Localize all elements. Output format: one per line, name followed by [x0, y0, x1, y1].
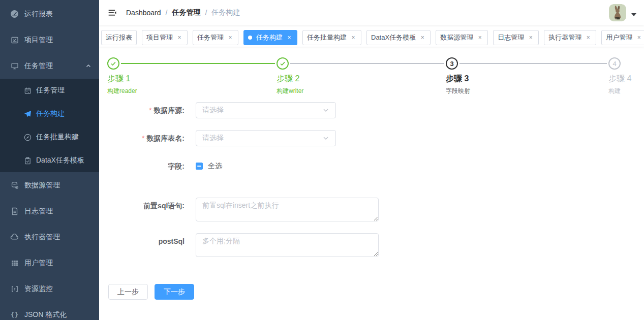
- tab-label: 任务构建: [256, 33, 283, 42]
- step-connector: [290, 63, 444, 64]
- dashboard-icon: [10, 10, 19, 18]
- sidebar-subitem-task-mgmt[interactable]: 任务管理: [0, 79, 99, 102]
- sidebar-item-label: 资源监控: [24, 284, 53, 294]
- tab-project-mgmt[interactable]: 项目管理×: [142, 30, 188, 45]
- sidebar-subitem-task-batch-build[interactable]: 任务批量构建: [0, 125, 99, 149]
- chevron-down-icon: [322, 135, 329, 142]
- sidebar-item-label: 任务管理: [24, 61, 53, 71]
- sidebar-item-label: DataX任务模板: [36, 156, 84, 165]
- tab-label: 任务批量构建: [307, 33, 347, 42]
- next-step-button[interactable]: 下一步: [155, 284, 194, 300]
- clipboard-icon: [24, 157, 32, 165]
- breadcrumb-separator: /: [166, 9, 168, 17]
- tab-datax-template[interactable]: DataX任务模板×: [366, 30, 431, 45]
- sidebar-item-executor-mgmt[interactable]: 执行器管理: [0, 224, 99, 250]
- close-icon[interactable]: ×: [350, 34, 357, 41]
- compass-icon: [24, 134, 32, 141]
- tab-datasource-mgmt[interactable]: 数据源管理×: [436, 30, 488, 45]
- step-3-circle: 3: [446, 57, 458, 70]
- close-icon[interactable]: ×: [286, 34, 293, 41]
- tab-label: 执行器管理: [548, 33, 581, 42]
- breadcrumb-current: 任务构建: [211, 8, 240, 17]
- step-4-circle: 4: [608, 57, 621, 70]
- field-label: 字段:: [107, 158, 196, 174]
- grid-icon: [10, 259, 19, 267]
- sidebar-item-project-mgmt[interactable]: 项目管理: [0, 27, 99, 53]
- sidebar-item-log-mgmt[interactable]: 日志管理: [0, 198, 99, 224]
- sidebar-item-json-format[interactable]: {} JSON 格式化: [0, 302, 99, 320]
- pre-sql-textarea[interactable]: [196, 198, 379, 221]
- main-area: Dashboard / 任务管理 / 任务构建 运行报表 项目管理× 任务管理×…: [99, 0, 644, 320]
- tab-label: 任务管理: [197, 33, 224, 42]
- top-navbar: Dashboard / 任务管理 / 任务构建: [99, 0, 644, 25]
- breadcrumb-task-mgmt[interactable]: 任务管理: [172, 8, 200, 17]
- select-all-checkbox[interactable]: [196, 163, 203, 170]
- sidebar-item-label: JSON 格式化: [24, 310, 67, 319]
- page-content: 3 4 步骤 1 步骤 2 步骤 3 步骤 4 构建reader 构建write…: [99, 47, 644, 300]
- field-label: postSql: [107, 233, 196, 249]
- monitor-icon: [10, 61, 19, 70]
- close-icon[interactable]: ×: [227, 34, 234, 41]
- cloud-icon: [10, 233, 19, 241]
- post-sql-textarea[interactable]: [196, 233, 379, 257]
- sidebar-item-task-mgmt-parent[interactable]: 任务管理: [0, 53, 99, 79]
- close-icon[interactable]: ×: [635, 34, 642, 41]
- step-number: 3: [450, 60, 453, 68]
- step-3-title: 步骤 3: [446, 74, 469, 84]
- tab-run-report[interactable]: 运行报表: [101, 30, 137, 45]
- task-build-form: *数据库源: 请选择 *数据库表名: 请选择 字段:: [107, 102, 636, 300]
- prev-step-button[interactable]: 上一步: [108, 284, 148, 300]
- breadcrumb-dashboard[interactable]: Dashboard: [126, 9, 161, 17]
- user-avatar[interactable]: [609, 4, 626, 21]
- step-connector: [121, 63, 275, 64]
- form-item-table-name: *数据库表名: 请选择: [107, 130, 636, 146]
- form-item-fields: 字段: 全选: [107, 158, 636, 174]
- close-icon[interactable]: ×: [585, 34, 592, 41]
- tab-label: 运行报表: [106, 33, 132, 42]
- hamburger-icon[interactable]: [107, 8, 117, 18]
- sidebar-item-user-mgmt[interactable]: 用户管理: [0, 250, 99, 276]
- active-dot: [248, 36, 252, 40]
- sidebar-subitem-task-build[interactable]: 任务构建: [0, 102, 99, 125]
- step-1-description: 构建reader: [107, 87, 137, 95]
- steps-wizard: 3 4 步骤 1 步骤 2 步骤 3 步骤 4 构建reader 构建write…: [107, 57, 636, 98]
- tab-label: DataX任务模板: [371, 33, 416, 42]
- tab-label: 用户管理: [606, 33, 632, 42]
- check-icon: [110, 60, 117, 67]
- close-icon[interactable]: ×: [527, 34, 534, 41]
- tab-user-mgmt[interactable]: 用户管理×: [601, 30, 644, 45]
- database-icon: [10, 181, 19, 189]
- step-connector: [459, 63, 607, 64]
- sidebar-item-run-report[interactable]: 运行报表: [0, 1, 99, 27]
- form-item-pre-sql: 前置sql语句:: [107, 198, 636, 221]
- tab-label: 项目管理: [146, 33, 173, 42]
- sidebar-subitem-datax-template[interactable]: DataX任务模板: [0, 149, 99, 172]
- sidebar-item-label: 用户管理: [24, 259, 53, 268]
- tab-task-build[interactable]: 任务构建×: [243, 30, 297, 45]
- send-icon: [24, 110, 32, 118]
- close-icon[interactable]: ×: [476, 34, 483, 41]
- step-1-circle: [107, 57, 119, 70]
- check-icon: [279, 60, 286, 67]
- tab-task-mgmt[interactable]: 任务管理×: [193, 30, 238, 45]
- sidebar-item-label: 运行报表: [24, 10, 53, 19]
- tab-task-batch-build[interactable]: 任务批量构建×: [302, 30, 361, 45]
- select-all-checkbox-wrap: 全选: [196, 158, 222, 174]
- tab-log-mgmt[interactable]: 日志管理×: [493, 30, 539, 45]
- close-icon[interactable]: ×: [419, 34, 426, 41]
- step-2-circle: [277, 57, 289, 70]
- chevron-down-icon: [322, 107, 329, 114]
- datasource-select[interactable]: 请选择: [196, 102, 336, 118]
- close-icon[interactable]: ×: [176, 34, 183, 41]
- app-window: 运行报表 项目管理 任务管理: [0, 0, 644, 320]
- sidebar-item-label: 执行器管理: [24, 233, 60, 242]
- caret-down-icon[interactable]: [631, 9, 636, 16]
- indeterminate-dash: [197, 166, 201, 167]
- table-name-select[interactable]: 请选择: [196, 130, 336, 146]
- sidebar-item-datasource-mgmt[interactable]: 数据源管理: [0, 172, 99, 198]
- form-item-post-sql: postSql: [107, 233, 636, 257]
- form-actions: 上一步 下一步: [108, 284, 636, 300]
- tab-executor-mgmt[interactable]: 执行器管理×: [544, 30, 596, 45]
- resource-monitor-icon: [10, 284, 19, 293]
- sidebar-item-resource-monitor[interactable]: 资源监控: [0, 276, 99, 302]
